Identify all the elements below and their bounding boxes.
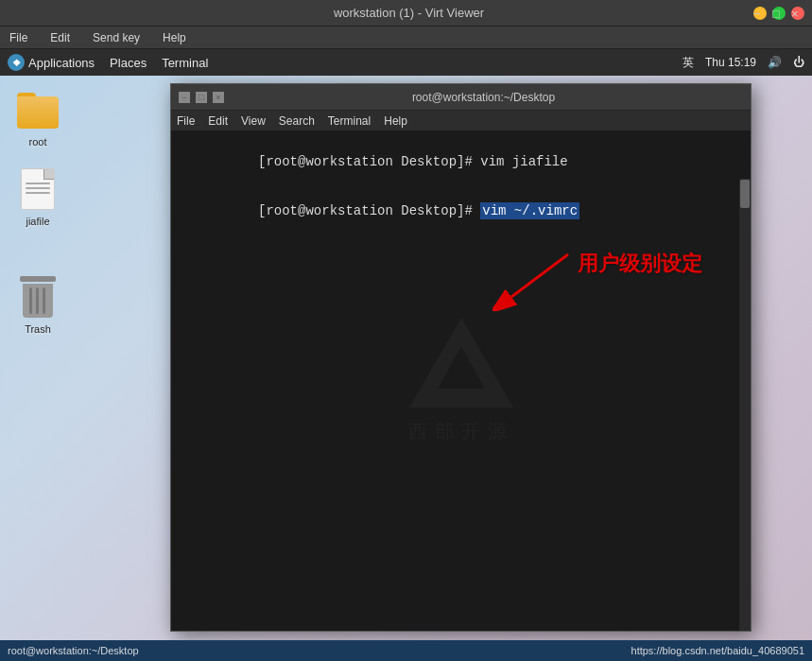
desktop-icon-trash[interactable]: Trash [9, 274, 66, 335]
highlighted-command: vim ~/.vimrc [480, 202, 579, 219]
inner-title: root@workstation:~/Desktop [224, 91, 743, 104]
panel-right: 英 Thu 15:19 🔊 ⏻ [682, 55, 804, 71]
applications-label: Applications [28, 56, 95, 70]
outer-titlebar: workstation (1) - Virt Viewer − □ × [0, 0, 812, 26]
inner-menu-help[interactable]: Help [384, 114, 407, 128]
terminal-body[interactable]: 西部开源 [root@workstation Desktop]# vim jia… [171, 131, 751, 631]
svg-line-1 [511, 254, 568, 297]
outer-title: workstation (1) - Virt Viewer [64, 6, 753, 20]
status-right: https://blog.csdn.net/baidu_40689051 [631, 645, 804, 656]
inner-close-button[interactable]: × [213, 92, 224, 103]
inner-menu-terminal[interactable]: Terminal [328, 114, 371, 128]
inner-terminal-window: − □ × root@workstation:~/Desktop File Ed… [170, 83, 752, 632]
inner-menubar: File Edit View Search Terminal Help [171, 111, 751, 131]
minimize-button[interactable]: − [753, 7, 767, 20]
close-button[interactable]: × [791, 7, 804, 20]
trash-icon [15, 274, 60, 320]
desktop-icon-root[interactable]: root [9, 87, 66, 148]
outer-window: workstation (1) - Virt Viewer − □ × File… [0, 0, 812, 661]
terminal-line-1: [root@workstation Desktop]# vim jiafile [179, 139, 743, 184]
menu-file[interactable]: File [6, 29, 31, 46]
desktop: ❖ Applications Places Terminal 英 Thu 15:… [0, 49, 812, 661]
annotation-arrow-svg [492, 245, 587, 311]
inner-maximize-button[interactable]: □ [196, 92, 207, 103]
volume-icon[interactable]: 🔊 [768, 56, 782, 69]
scroll-thumb[interactable] [740, 180, 750, 208]
applications-menu[interactable]: ❖ Applications [8, 54, 95, 71]
menu-edit[interactable]: Edit [46, 29, 74, 46]
outer-window-controls: − □ × [753, 7, 804, 20]
menu-help[interactable]: Help [159, 29, 190, 46]
annotation: 用户级别设定 [521, 254, 751, 311]
desktop-icon-jiafile[interactable]: jiafile [9, 166, 66, 227]
outer-menubar: File Edit Send key Help [0, 26, 812, 49]
annotation-label: 用户级别设定 [578, 250, 702, 278]
language-indicator: 英 [682, 55, 694, 71]
inner-menu-file[interactable]: File [177, 114, 195, 128]
terminal-line-2: [root@workstation Desktop]# vim ~/.vimrc [179, 188, 743, 234]
fedora-icon: ❖ [8, 54, 25, 71]
inner-menu-edit[interactable]: Edit [208, 114, 228, 128]
inner-titlebar: − □ × root@workstation:~/Desktop [171, 84, 751, 111]
root-icon-label: root [29, 136, 47, 148]
maximize-button[interactable]: □ [772, 7, 786, 20]
menu-sendkey[interactable]: Send key [89, 29, 144, 46]
status-left: root@workstation:~/Desktop [8, 645, 139, 656]
inner-menu-search[interactable]: Search [279, 114, 315, 128]
file-icon [15, 166, 60, 212]
jiafile-icon-label: jiafile [26, 216, 49, 227]
places-label[interactable]: Places [110, 56, 147, 70]
watermark: 西部开源 [408, 318, 514, 444]
top-panel: ❖ Applications Places Terminal 英 Thu 15:… [0, 49, 812, 76]
inner-minimize-button[interactable]: − [179, 92, 190, 103]
terminal-scrollbar[interactable] [739, 179, 751, 631]
bottom-statusbar: root@workstation:~/Desktop https://blog.… [0, 640, 812, 661]
inner-menu-view[interactable]: View [241, 114, 266, 128]
trash-icon-label: Trash [25, 323, 51, 335]
desktop-icons: root jiafile [9, 87, 66, 335]
clock: Thu 15:19 [705, 56, 756, 69]
power-icon[interactable]: ⏻ [793, 56, 804, 69]
terminal-label[interactable]: Terminal [162, 56, 208, 70]
folder-icon [15, 87, 60, 132]
inner-window-controls: − □ × [179, 92, 224, 103]
